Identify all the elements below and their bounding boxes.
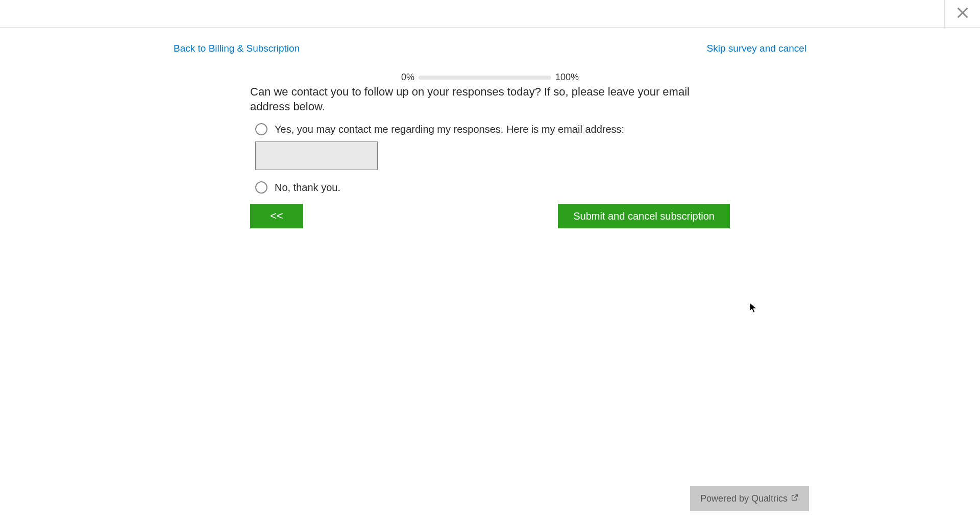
progress-bar <box>419 76 551 80</box>
powered-by-label: Powered by Qualtrics <box>700 493 788 504</box>
cursor-icon <box>749 302 757 316</box>
progress-start-label: 0% <box>401 72 414 83</box>
option-yes[interactable]: Yes, you may contact me regarding my res… <box>255 123 730 135</box>
option-yes-label: Yes, you may contact me regarding my res… <box>275 124 624 135</box>
option-no[interactable]: No, thank you. <box>255 181 730 194</box>
button-row: << Submit and cancel subscription <box>250 204 730 228</box>
close-icon <box>955 6 970 22</box>
back-to-billing-link[interactable]: Back to Billing & Subscription <box>174 43 300 54</box>
survey-body: 0% 100% Can we contact you to follow up … <box>209 72 771 228</box>
option-no-label: No, thank you. <box>275 182 340 194</box>
back-button[interactable]: << <box>250 204 303 228</box>
content: Back to Billing & Subscription Skip surv… <box>168 28 812 228</box>
top-links: Back to Billing & Subscription Skip surv… <box>168 43 812 54</box>
topbar <box>0 0 980 28</box>
close-button[interactable] <box>944 0 980 28</box>
powered-by-badge[interactable]: Powered by Qualtrics <box>690 486 809 511</box>
options: Yes, you may contact me regarding my res… <box>250 123 730 194</box>
radio-icon[interactable] <box>255 123 267 135</box>
radio-icon[interactable] <box>255 181 267 194</box>
submit-button[interactable]: Submit and cancel subscription <box>558 204 730 228</box>
progress-end-label: 100% <box>555 72 579 83</box>
survey-question: Can we contact you to follow up on your … <box>250 85 730 114</box>
skip-survey-link[interactable]: Skip survey and cancel <box>707 43 806 54</box>
external-link-icon <box>791 493 799 504</box>
progress-row: 0% 100% <box>250 72 730 83</box>
email-field[interactable] <box>255 141 378 170</box>
